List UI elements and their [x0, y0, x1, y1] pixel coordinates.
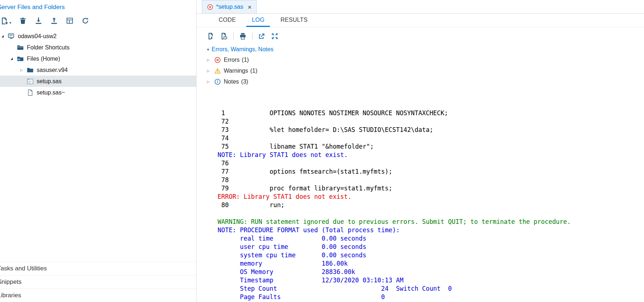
files-toolbar: ▾	[1, 17, 196, 25]
editor-subtabs: CODE LOG RESULTS	[197, 14, 644, 27]
refresh-button[interactable]	[81, 17, 89, 25]
doc-tab-label: *setup.sas	[216, 4, 243, 10]
group-label: Notes	[224, 78, 239, 85]
log-line: Page Faults 0	[218, 293, 644, 301]
log-line: ERROR: Library STAT1 does not exist.	[218, 193, 644, 201]
download-icon	[35, 17, 42, 25]
log-line: 75 libname STAT1 "&homefolder";	[218, 142, 644, 151]
tree-item-sasuser[interactable]: ▷ sasuser.v94	[0, 64, 196, 76]
maximize-icon	[271, 32, 279, 40]
log-line: memory 186.00k	[218, 259, 644, 268]
tree-item-label: Folder Shortcuts	[27, 44, 69, 51]
upload-button[interactable]	[50, 17, 58, 25]
sas-studio-app: Server Files and Folders ▾	[0, 0, 644, 302]
panel-title: Server Files and Folders	[0, 4, 196, 11]
expanded-icon[interactable]: ◢	[11, 57, 17, 60]
collapsed-icon[interactable]: ▷	[20, 68, 27, 72]
folder-icon	[17, 44, 24, 51]
new-item-button[interactable]: ▾	[1, 17, 11, 25]
section-tasks-and-utilities[interactable]: Tasks and Utilities	[0, 262, 196, 275]
refresh-icon	[81, 17, 89, 25]
log-toolbar	[197, 27, 644, 44]
log-line: 78	[218, 176, 644, 184]
tree-item-server[interactable]: ◢ odaws04-usw2	[0, 31, 196, 42]
log-history-icon	[220, 32, 228, 40]
errors-group[interactable]: ▷ Errors (1)	[207, 55, 644, 65]
log-line	[218, 209, 644, 218]
maximize-view-button[interactable]	[271, 32, 279, 40]
tree-item-setup-sas-backup[interactable]: setup.sas~	[0, 87, 196, 98]
download-log-icon	[207, 32, 215, 40]
delete-button[interactable]	[19, 17, 27, 25]
tab-results[interactable]: RESULTS	[275, 14, 313, 27]
trash-icon	[19, 17, 27, 25]
popout-icon	[258, 32, 266, 40]
tree-item-label: setup.sas~	[37, 89, 65, 96]
warning-icon	[214, 68, 221, 74]
tree-item-files-home[interactable]: ◢ Files (Home)	[0, 53, 196, 64]
file-icon	[27, 89, 34, 96]
download-log-button[interactable]	[207, 32, 215, 40]
editor-area: *setup.sas × CODE LOG RESULTS	[197, 0, 644, 302]
toolbar-separator	[252, 33, 252, 40]
sas-program-icon	[27, 78, 34, 85]
group-label: Errors	[224, 57, 240, 63]
close-tab-icon[interactable]: ×	[248, 4, 252, 11]
tab-setup-sas[interactable]: *setup.sas ×	[202, 0, 257, 13]
section-label: Tasks and Utilities	[0, 265, 47, 272]
tree-item-label: setup.sas	[37, 78, 61, 85]
log-output: 1 OPTIONS NONOTES NOSTIMER NOSOURCE NOSY…	[218, 109, 644, 302]
notes-group[interactable]: ▷ Notes (3)	[207, 76, 644, 87]
file-tree: ◢ odaws04-usw2 Folder Shortcuts ◢ Files …	[0, 31, 196, 98]
group-count: (1)	[250, 68, 258, 74]
log-line: 73 %let homefolder= D:\SAS STUDIO\ECST14…	[218, 126, 644, 134]
log-line: 72	[218, 117, 644, 126]
tab-log[interactable]: LOG	[246, 14, 270, 27]
log-line: 74	[218, 134, 644, 142]
print-icon	[239, 32, 247, 40]
group-label: Warnings	[224, 68, 248, 74]
log-line: 76	[218, 159, 644, 168]
group-collapsed-icon[interactable]: ▷	[207, 80, 211, 84]
group-collapsed-icon[interactable]: ▷	[207, 58, 211, 62]
document-tabbar: *setup.sas ×	[197, 0, 644, 14]
print-log-button[interactable]	[239, 32, 247, 40]
log-line: NOTE: Library STAT1 does not exist.	[218, 151, 644, 159]
error-icon	[214, 57, 221, 63]
log-line: real time 0.00 seconds	[218, 234, 644, 243]
section-label: Libraries	[0, 292, 21, 299]
errors-warnings-notes-header[interactable]: ▾ Errors, Warnings, Notes	[207, 44, 644, 55]
menu-caret-icon: ▾	[9, 21, 11, 25]
folder-icon	[27, 67, 34, 74]
open-in-new-window-button[interactable]	[258, 32, 266, 40]
info-icon	[214, 78, 221, 85]
expanded-icon[interactable]: ◢	[1, 35, 8, 38]
log-messages-tree: ▾ Errors, Warnings, Notes ▷ Errors (1) ▷…	[197, 44, 644, 87]
tree-item-folder-shortcuts[interactable]: Folder Shortcuts	[0, 42, 196, 53]
toolbar-separator	[233, 33, 234, 40]
group-count: (3)	[241, 78, 248, 85]
tab-code[interactable]: CODE	[213, 14, 241, 27]
log-line: user cpu time 0.00 seconds	[218, 243, 644, 251]
group-collapsed-icon[interactable]: ▷	[207, 69, 211, 73]
nav-sections: Tasks and Utilities Snippets Libraries	[0, 262, 196, 302]
log-history-button[interactable]	[220, 32, 228, 40]
log-line: Timestamp 12/30/2020 03:10:13 AM	[218, 276, 644, 285]
download-button[interactable]	[35, 17, 42, 25]
tree-item-label: Files (Home)	[27, 56, 60, 62]
warnings-group[interactable]: ▷ Warnings (1)	[207, 65, 644, 76]
grid-view-button[interactable]	[66, 17, 74, 25]
section-libraries[interactable]: Libraries	[0, 289, 196, 302]
log-line: 79 proc format library=stat1.myfmts;	[218, 184, 644, 193]
server-icon	[8, 33, 15, 40]
folder-home-icon	[17, 55, 24, 63]
section-expanded-icon: ▾	[207, 47, 209, 52]
tree-item-label: odaws04-usw2	[18, 33, 57, 40]
tree-item-setup-sas[interactable]: setup.sas	[0, 76, 196, 87]
grid-icon	[66, 17, 74, 25]
server-files-panel: Server Files and Folders ▾	[0, 0, 197, 302]
log-line: 1 OPTIONS NONOTES NOSTIMER NOSOURCE NOSY…	[218, 109, 644, 117]
section-snippets[interactable]: Snippets	[0, 275, 196, 289]
tree-item-label: sasuser.v94	[37, 67, 68, 73]
log-line: 77 options fmtsearch=(stat1.myfmts);	[218, 168, 644, 176]
